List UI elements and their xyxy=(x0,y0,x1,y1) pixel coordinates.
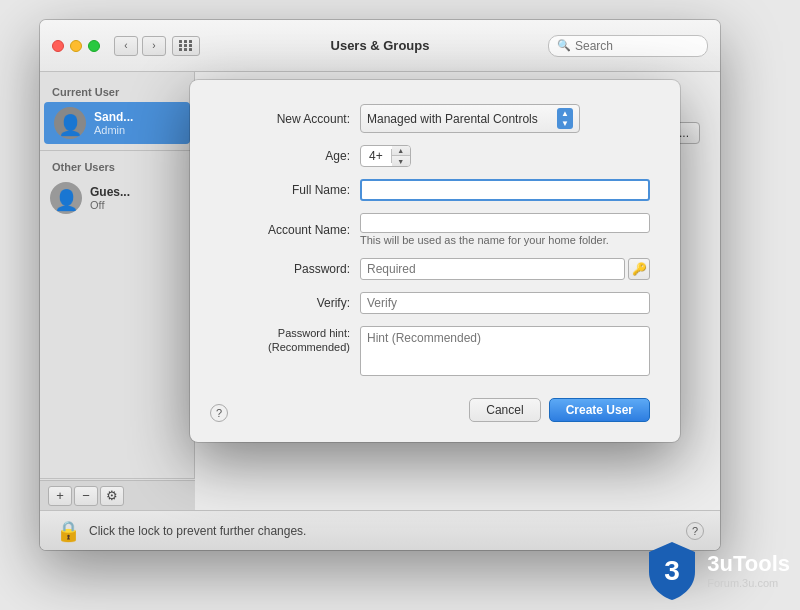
account-type-dropdown[interactable]: Managed with Parental Controls ▲ ▼ xyxy=(360,104,580,133)
age-increment[interactable]: ▲ xyxy=(392,146,410,156)
age-row: Age: 4+ ▲ ▼ xyxy=(190,145,680,167)
hint-label: Password hint: xyxy=(278,327,350,339)
password-row: Password: 🔑 xyxy=(190,258,680,280)
verify-input[interactable] xyxy=(360,292,650,314)
create-user-dialog: New Account: Managed with Parental Contr… xyxy=(190,80,680,442)
svg-text:3: 3 xyxy=(664,555,680,586)
modal-overlay: New Account: Managed with Parental Contr… xyxy=(40,20,720,550)
new-account-row: New Account: Managed with Parental Contr… xyxy=(190,104,680,133)
watermark: 3 3uTools Forum.3u.com xyxy=(647,540,790,600)
age-stepper[interactable]: 4+ ▲ ▼ xyxy=(360,145,411,167)
age-label: Age: xyxy=(220,149,360,163)
password-label: Password: xyxy=(220,262,360,276)
main-window: ‹ › Users & Groups 🔍 Current User 👤 xyxy=(40,20,720,550)
watermark-brand: 3uTools xyxy=(707,551,790,577)
watermark-text: 3uTools Forum.3u.com xyxy=(707,551,790,589)
verify-label: Verify: xyxy=(220,296,360,310)
watermark-shield-icon: 3 xyxy=(647,540,697,600)
verify-control xyxy=(360,292,650,314)
stepper-buttons: ▲ ▼ xyxy=(392,146,410,166)
account-name-row: Account Name: This will be used as the n… xyxy=(190,213,680,246)
password-input[interactable] xyxy=(360,258,625,280)
account-type-value: Managed with Parental Controls xyxy=(367,112,553,126)
full-name-input[interactable] xyxy=(360,179,650,201)
verify-row: Verify: xyxy=(190,292,680,314)
age-control: 4+ ▲ ▼ xyxy=(360,145,650,167)
hint-sublabel: (Recommended) xyxy=(268,341,350,353)
key-button[interactable]: 🔑 xyxy=(628,258,650,280)
account-name-subrow: This will be used as the name for your h… xyxy=(360,213,650,246)
age-value: 4+ xyxy=(361,149,392,163)
account-name-hint: This will be used as the name for your h… xyxy=(360,234,650,246)
dialog-footer: Cancel Create User xyxy=(190,388,680,422)
password-control: 🔑 xyxy=(360,258,650,280)
hint-input[interactable] xyxy=(360,326,650,376)
hint-label-wrap: Password hint: (Recommended) xyxy=(220,326,360,355)
new-account-label: New Account: xyxy=(220,112,360,126)
watermark-url: Forum.3u.com xyxy=(707,577,790,589)
full-name-row: Full Name: xyxy=(190,179,680,201)
full-name-control xyxy=(360,179,650,201)
hint-row: Password hint: (Recommended) xyxy=(190,326,680,376)
account-name-control: This will be used as the name for your h… xyxy=(360,213,650,246)
new-account-control: Managed with Parental Controls ▲ ▼ xyxy=(360,104,650,133)
full-name-label: Full Name: xyxy=(220,183,360,197)
cancel-button[interactable]: Cancel xyxy=(469,398,540,422)
hint-control xyxy=(360,326,650,376)
dropdown-arrows: ▲ ▼ xyxy=(557,108,573,129)
account-name-label: Account Name: xyxy=(220,223,360,237)
age-decrement[interactable]: ▼ xyxy=(392,156,410,166)
account-name-input[interactable] xyxy=(360,213,650,233)
create-user-button[interactable]: Create User xyxy=(549,398,650,422)
password-wrap: 🔑 xyxy=(360,258,650,280)
